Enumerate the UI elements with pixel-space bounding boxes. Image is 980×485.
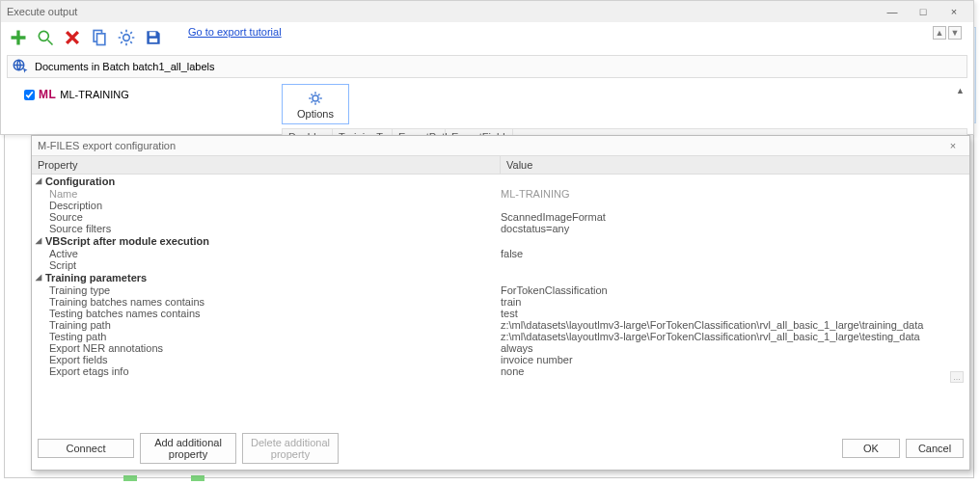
save-button[interactable] bbox=[142, 26, 165, 49]
export-config-dialog: M-FILES export configuration × Property … bbox=[31, 135, 970, 471]
row-testing-batch-names[interactable]: Testing batches names containstest bbox=[32, 308, 969, 319]
toolbar: Go to export tutorial ▲ ▼ bbox=[1, 22, 973, 53]
cancel-button[interactable]: Cancel bbox=[906, 439, 964, 458]
pin-down-button[interactable]: ▼ bbox=[948, 26, 962, 40]
add-property-button[interactable]: Add additional property bbox=[140, 433, 236, 464]
svg-point-8 bbox=[313, 95, 318, 101]
maximize-button[interactable]: □ bbox=[910, 4, 937, 19]
svg-line-1 bbox=[48, 40, 53, 45]
script-ellipsis-button[interactable]: … bbox=[950, 371, 964, 383]
dialog-footer: Connect Add additional property Delete a… bbox=[38, 433, 964, 464]
row-export-etags[interactable]: Export etags infonone bbox=[32, 365, 969, 377]
section-training-parameters[interactable]: ◢Training parameters bbox=[32, 271, 969, 284]
row-testing-path[interactable]: Testing pathz:\ml\datasets\layoutlmv3-la… bbox=[32, 331, 969, 342]
row-source[interactable]: SourceScannedImageFormat bbox=[32, 211, 969, 223]
close-button[interactable]: × bbox=[942, 140, 964, 151]
batch-label: Documents in Batch batch1_all_labels bbox=[35, 61, 215, 72]
tree-item-ml-training[interactable]: ML ML-TRAINING bbox=[9, 84, 268, 101]
row-training-path[interactable]: Training pathz:\ml\datasets\layoutlmv3-l… bbox=[32, 319, 969, 331]
x-icon bbox=[63, 28, 82, 47]
options-button[interactable]: Options bbox=[282, 84, 349, 124]
svg-rect-3 bbox=[97, 34, 105, 45]
window-titlebar: Execute output — □ × bbox=[1, 1, 973, 22]
scroll-up-arrow[interactable]: ▲ bbox=[956, 86, 966, 95]
property-grid: ◢Configuration NameML-TRAINING Descripti… bbox=[32, 175, 969, 441]
row-source-filters[interactable]: Source filtersdocstatus=any bbox=[32, 223, 969, 234]
svg-point-4 bbox=[123, 35, 130, 41]
window-title: Execute output bbox=[7, 6, 77, 17]
tree-item-label: ML-TRAINING bbox=[60, 89, 129, 100]
progress-marker bbox=[123, 475, 137, 481]
svg-rect-6 bbox=[150, 39, 157, 42]
plus-icon bbox=[9, 28, 28, 47]
ok-button[interactable]: OK bbox=[842, 439, 900, 458]
ml-icon: ML bbox=[39, 88, 56, 101]
col-value[interactable]: Value bbox=[501, 156, 969, 174]
dialog-titlebar: M-FILES export configuration × bbox=[32, 136, 969, 155]
batch-bar: Documents in Batch batch1_all_labels bbox=[7, 55, 967, 78]
pin-up-button[interactable]: ▲ bbox=[933, 26, 946, 40]
copy-button[interactable] bbox=[88, 26, 111, 49]
delete-button[interactable] bbox=[61, 26, 84, 49]
settings-button[interactable] bbox=[115, 26, 138, 49]
options-label: Options bbox=[297, 108, 334, 120]
save-icon bbox=[144, 28, 163, 47]
progress-marker bbox=[191, 475, 204, 481]
pin-controls: ▲ ▼ bbox=[933, 26, 962, 40]
gear-icon bbox=[307, 90, 324, 107]
col-property[interactable]: Property bbox=[32, 156, 501, 174]
row-script[interactable]: Script bbox=[32, 259, 969, 271]
minimize-button[interactable]: — bbox=[879, 4, 906, 19]
row-name[interactable]: NameML-TRAINING bbox=[32, 188, 969, 200]
row-active[interactable]: Activefalse bbox=[32, 248, 969, 259]
dialog-title: M-FILES export configuration bbox=[38, 140, 176, 151]
tree-checkbox[interactable] bbox=[24, 90, 35, 100]
delete-property-button: Delete additional property bbox=[242, 433, 339, 464]
row-training-batch-names[interactable]: Training batches names containstrain bbox=[32, 296, 969, 308]
copy-icon bbox=[90, 28, 109, 47]
close-button[interactable]: × bbox=[940, 4, 967, 19]
row-export-fields[interactable]: Export fieldsinvoice number bbox=[32, 354, 969, 365]
export-tutorial-link[interactable]: Go to export tutorial bbox=[188, 26, 282, 38]
section-vbscript[interactable]: ◢VBScript after module execution bbox=[32, 234, 969, 248]
execute-output-window: Execute output — □ × Go to export tutori… bbox=[0, 0, 974, 135]
row-description[interactable]: Description bbox=[32, 200, 969, 211]
globe-arrow-icon bbox=[12, 58, 29, 75]
row-export-ner[interactable]: Export NER annotationsalways bbox=[32, 342, 969, 354]
svg-point-0 bbox=[39, 31, 48, 40]
magnifier-icon bbox=[36, 28, 55, 47]
row-training-type[interactable]: Training typeForTokenClassification bbox=[32, 284, 969, 296]
add-button[interactable] bbox=[7, 26, 30, 49]
section-configuration[interactable]: ◢Configuration bbox=[32, 175, 969, 188]
svg-rect-5 bbox=[150, 32, 156, 36]
search-button[interactable] bbox=[34, 26, 57, 49]
property-header: Property Value bbox=[32, 155, 969, 175]
connect-button[interactable]: Connect bbox=[38, 439, 134, 458]
gear-icon bbox=[117, 28, 136, 47]
